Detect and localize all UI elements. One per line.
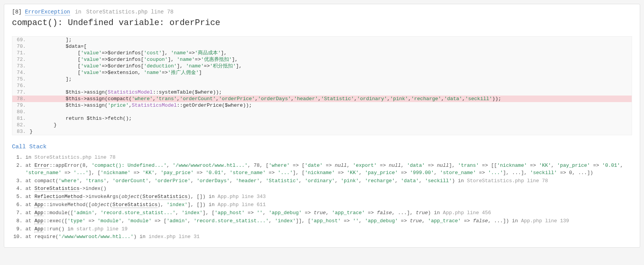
code-line: 73. ['value'=>$orderinfos['deduction'], …: [12, 63, 632, 69]
stack-frame: at require('/www/wwwroot/www.htl...') in…: [25, 233, 632, 241]
exception-link[interactable]: ErrorException: [25, 9, 70, 15]
line-number: 74.: [12, 69, 30, 76]
source-code-block: 69. ];70. $data=[71. ['value'=>$orderinf…: [12, 36, 632, 135]
stack-frame: in StoreStatistics.php line 78: [25, 154, 632, 161]
code-line: 82. }: [12, 122, 632, 128]
stack-frame: at App::exec(['type' => 'module', 'modul…: [25, 218, 632, 225]
code-line: 71. ['value'=>$orderinfos['cost'], 'name…: [12, 50, 632, 56]
code-content: $this->assign(StatisticsModel::systemTab…: [30, 89, 632, 96]
stack-frame: at StoreStatistics->index(): [25, 185, 632, 193]
code-content: ];: [30, 76, 632, 82]
code-line: 77. $this->assign(StatisticsModel::syste…: [12, 89, 632, 96]
code-content: ['value'=>$orderinfos['deduction'], 'nam…: [30, 63, 632, 69]
code-content: return $this->fetch();: [30, 115, 632, 122]
code-content: $this->assign(compact('where','trans','o…: [30, 96, 632, 102]
stack-frame: at App::run() in start.php line 19: [25, 226, 632, 233]
line-number: 81.: [12, 115, 30, 122]
line-number: 83.: [12, 128, 30, 135]
line-number: 82.: [12, 122, 30, 128]
code-line: 80.: [12, 109, 632, 115]
line-number: 77.: [12, 89, 30, 96]
error-message: compact(): Undefined variable: orderPric…: [4, 17, 640, 32]
code-line: 72. ['value'=>$orderinfos['coupon'], 'na…: [12, 56, 632, 63]
code-line: 69. ];: [12, 37, 632, 43]
line-number: 80.: [12, 109, 30, 115]
call-stack-title: Call Stack: [4, 142, 640, 154]
code-line: 70. $data=[: [12, 43, 632, 50]
code-line: 74. ['value'=>$extension, 'name'=>'推广人佣金…: [12, 69, 632, 76]
error-panel: [8] ErrorException in StoreStatistics.ph…: [4, 4, 640, 248]
code-content: ['value'=>$orderinfos['coupon'], 'name'=…: [30, 56, 632, 63]
error-location: StoreStatistics.php line 78: [86, 9, 174, 15]
in-word: in: [75, 9, 82, 15]
stack-frame: at App::module(['admin', 'record.store_s…: [25, 210, 632, 217]
stack-frame: at Error::appError(8, 'compact(): Undefi…: [25, 162, 632, 177]
stack-frame: at App::invokeMethod([object(StoreStatis…: [25, 201, 632, 209]
code-content: $data=[: [30, 43, 632, 50]
code-content: ];: [30, 37, 632, 43]
error-number: [8]: [12, 9, 22, 15]
code-content: }: [30, 122, 632, 128]
code-content: ['value'=>$orderinfos['cost'], 'name'=>'…: [30, 50, 632, 56]
code-line: 78. $this->assign(compact('where','trans…: [12, 96, 632, 102]
error-header: [8] ErrorException in StoreStatistics.ph…: [4, 4, 640, 17]
line-number: 70.: [12, 43, 30, 50]
line-number: 79.: [12, 102, 30, 109]
code-content: [30, 109, 632, 115]
code-line: 81. return $this->fetch();: [12, 115, 632, 122]
line-number: 71.: [12, 50, 30, 56]
call-stack-list: in StoreStatistics.php line 78at Error::…: [4, 154, 640, 241]
code-content: ['value'=>$extension, 'name'=>'推广人佣金']: [30, 69, 632, 76]
line-number: 78.: [12, 96, 30, 102]
line-number: 73.: [12, 63, 30, 69]
code-content: $this->assign('price',StatisticsModel::g…: [30, 102, 632, 109]
line-number: 75.: [12, 76, 30, 82]
code-line: 75. ];: [12, 76, 632, 82]
code-line: 79. $this->assign('price',StatisticsMode…: [12, 102, 632, 109]
line-number: 72.: [12, 56, 30, 63]
code-content: }: [30, 128, 632, 135]
stack-frame: at ReflectionMethod->invokeArgs(object(S…: [25, 193, 632, 201]
code-content: [30, 82, 632, 89]
stack-frame: at compact('where', 'trans', 'orderCount…: [25, 178, 632, 185]
code-line: 76.: [12, 82, 632, 89]
line-number: 76.: [12, 82, 30, 89]
code-line: 83.}: [12, 128, 632, 135]
line-number: 69.: [12, 37, 30, 43]
